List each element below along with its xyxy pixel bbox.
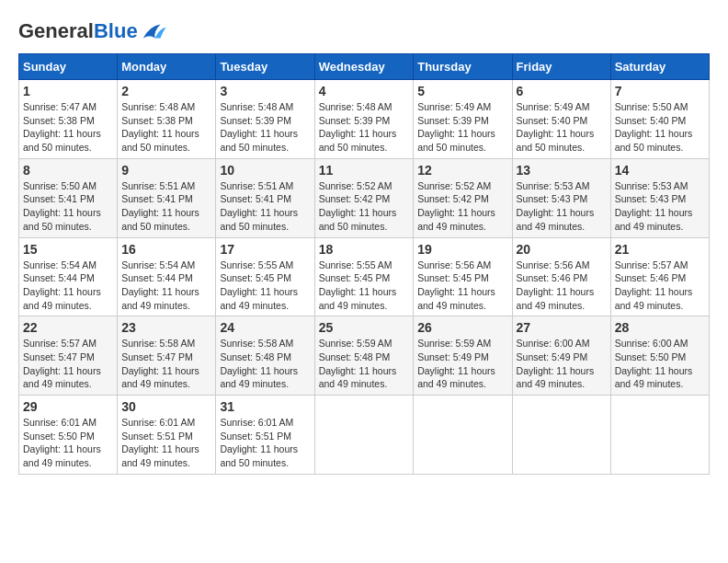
day-info: Sunrise: 5:53 AM Sunset: 5:43 PM Dayligh… — [517, 179, 607, 234]
calendar-cell: 1Sunrise: 5:47 AM Sunset: 5:38 PM Daylig… — [19, 80, 118, 159]
day-number: 17 — [220, 242, 310, 257]
calendar-cell: 18Sunrise: 5:55 AM Sunset: 5:45 PM Dayli… — [314, 237, 414, 316]
calendar-header-friday: Friday — [512, 54, 610, 80]
day-number: 27 — [517, 320, 607, 335]
day-number: 6 — [517, 84, 607, 98]
day-info: Sunrise: 5:59 AM Sunset: 5:48 PM Dayligh… — [319, 337, 410, 391]
calendar-cell: 12Sunrise: 5:52 AM Sunset: 5:42 PM Dayli… — [414, 158, 512, 237]
day-info: Sunrise: 5:56 AM Sunset: 5:45 PM Dayligh… — [417, 259, 507, 313]
calendar-cell: 4Sunrise: 5:48 AM Sunset: 5:39 PM Daylig… — [314, 80, 414, 159]
calendar-week-row: 29Sunrise: 6:01 AM Sunset: 5:50 PM Dayli… — [19, 396, 710, 475]
calendar-cell: 28Sunrise: 6:00 AM Sunset: 5:50 PM Dayli… — [610, 316, 709, 396]
calendar-cell: 20Sunrise: 5:56 AM Sunset: 5:46 PM Dayli… — [512, 237, 610, 316]
day-number: 1 — [23, 84, 113, 98]
day-info: Sunrise: 5:59 AM Sunset: 5:49 PM Dayligh… — [417, 337, 507, 391]
calendar-cell: 24Sunrise: 5:58 AM Sunset: 5:48 PM Dayli… — [216, 316, 314, 396]
calendar-cell: 23Sunrise: 5:58 AM Sunset: 5:47 PM Dayli… — [118, 316, 216, 396]
logo-text: GeneralBlue — [18, 19, 138, 43]
calendar-header-row: SundayMondayTuesdayWednesdayThursdayFrid… — [19, 54, 710, 80]
day-info: Sunrise: 5:54 AM Sunset: 5:44 PM Dayligh… — [23, 259, 113, 313]
day-info: Sunrise: 5:58 AM Sunset: 5:47 PM Dayligh… — [121, 337, 211, 391]
day-number: 25 — [319, 320, 410, 335]
calendar-cell: 9Sunrise: 5:51 AM Sunset: 5:41 PM Daylig… — [118, 158, 216, 237]
day-number: 5 — [417, 84, 507, 98]
calendar-cell — [610, 396, 709, 475]
calendar-cell: 11Sunrise: 5:52 AM Sunset: 5:42 PM Dayli… — [314, 158, 414, 237]
calendar-header-saturday: Saturday — [610, 54, 709, 80]
calendar-cell — [314, 396, 414, 475]
day-number: 29 — [23, 399, 113, 414]
logo: GeneralBlue — [18, 18, 167, 44]
day-info: Sunrise: 6:00 AM Sunset: 5:50 PM Dayligh… — [615, 337, 705, 391]
day-info: Sunrise: 5:48 AM Sunset: 5:39 PM Dayligh… — [319, 100, 410, 155]
page-header: GeneralBlue — [18, 18, 710, 44]
day-info: Sunrise: 5:54 AM Sunset: 5:44 PM Dayligh… — [121, 259, 211, 313]
day-info: Sunrise: 5:51 AM Sunset: 5:41 PM Dayligh… — [121, 179, 211, 234]
day-number: 30 — [121, 399, 211, 414]
day-number: 28 — [615, 320, 705, 335]
calendar-cell: 19Sunrise: 5:56 AM Sunset: 5:45 PM Dayli… — [414, 237, 512, 316]
day-info: Sunrise: 5:53 AM Sunset: 5:43 PM Dayligh… — [615, 179, 705, 234]
calendar-cell: 13Sunrise: 5:53 AM Sunset: 5:43 PM Dayli… — [512, 158, 610, 237]
calendar-cell: 6Sunrise: 5:49 AM Sunset: 5:40 PM Daylig… — [512, 80, 610, 159]
day-number: 7 — [615, 84, 705, 98]
day-info: Sunrise: 5:57 AM Sunset: 5:46 PM Dayligh… — [615, 259, 705, 313]
calendar-cell: 22Sunrise: 5:57 AM Sunset: 5:47 PM Dayli… — [19, 316, 118, 396]
day-number: 19 — [417, 242, 507, 257]
day-number: 11 — [319, 163, 410, 178]
calendar-cell: 26Sunrise: 5:59 AM Sunset: 5:49 PM Dayli… — [414, 316, 512, 396]
calendar-header-wednesday: Wednesday — [314, 54, 414, 80]
calendar-header-thursday: Thursday — [414, 54, 512, 80]
day-number: 10 — [220, 163, 310, 178]
day-number: 18 — [319, 242, 410, 257]
calendar-cell — [414, 396, 512, 475]
day-number: 4 — [319, 84, 410, 98]
calendar-header-monday: Monday — [118, 54, 216, 80]
day-info: Sunrise: 5:58 AM Sunset: 5:48 PM Dayligh… — [220, 337, 310, 391]
day-number: 8 — [23, 163, 113, 178]
calendar-cell: 10Sunrise: 5:51 AM Sunset: 5:41 PM Dayli… — [216, 158, 314, 237]
day-number: 14 — [615, 163, 705, 178]
day-info: Sunrise: 5:55 AM Sunset: 5:45 PM Dayligh… — [220, 259, 310, 313]
day-number: 26 — [417, 320, 507, 335]
day-info: Sunrise: 5:48 AM Sunset: 5:38 PM Dayligh… — [121, 100, 211, 155]
logo-bird-icon — [140, 18, 167, 44]
calendar-week-row: 8Sunrise: 5:50 AM Sunset: 5:41 PM Daylig… — [19, 158, 710, 237]
day-number: 20 — [517, 242, 607, 257]
day-info: Sunrise: 5:47 AM Sunset: 5:38 PM Dayligh… — [23, 100, 113, 155]
day-info: Sunrise: 6:00 AM Sunset: 5:49 PM Dayligh… — [517, 337, 607, 391]
day-number: 16 — [121, 242, 211, 257]
calendar-cell: 29Sunrise: 6:01 AM Sunset: 5:50 PM Dayli… — [19, 396, 118, 475]
day-number: 21 — [615, 242, 705, 257]
day-info: Sunrise: 5:51 AM Sunset: 5:41 PM Dayligh… — [220, 179, 310, 234]
day-info: Sunrise: 5:48 AM Sunset: 5:39 PM Dayligh… — [220, 100, 310, 155]
day-number: 12 — [417, 163, 507, 178]
day-info: Sunrise: 5:57 AM Sunset: 5:47 PM Dayligh… — [23, 337, 113, 391]
day-info: Sunrise: 5:55 AM Sunset: 5:45 PM Dayligh… — [319, 259, 410, 313]
calendar-table: SundayMondayTuesdayWednesdayThursdayFrid… — [18, 53, 710, 475]
calendar-cell: 16Sunrise: 5:54 AM Sunset: 5:44 PM Dayli… — [118, 237, 216, 316]
day-info: Sunrise: 5:52 AM Sunset: 5:42 PM Dayligh… — [319, 179, 410, 234]
day-info: Sunrise: 5:50 AM Sunset: 5:41 PM Dayligh… — [23, 179, 113, 234]
day-number: 31 — [220, 399, 310, 414]
day-info: Sunrise: 5:49 AM Sunset: 5:39 PM Dayligh… — [417, 100, 507, 155]
calendar-cell: 3Sunrise: 5:48 AM Sunset: 5:39 PM Daylig… — [216, 80, 314, 159]
calendar-week-row: 1Sunrise: 5:47 AM Sunset: 5:38 PM Daylig… — [19, 80, 710, 159]
calendar-cell: 30Sunrise: 6:01 AM Sunset: 5:51 PM Dayli… — [118, 396, 216, 475]
day-number: 9 — [121, 163, 211, 178]
day-info: Sunrise: 5:49 AM Sunset: 5:40 PM Dayligh… — [517, 100, 607, 155]
calendar-cell: 15Sunrise: 5:54 AM Sunset: 5:44 PM Dayli… — [19, 237, 118, 316]
calendar-cell: 14Sunrise: 5:53 AM Sunset: 5:43 PM Dayli… — [610, 158, 709, 237]
day-info: Sunrise: 5:52 AM Sunset: 5:42 PM Dayligh… — [417, 179, 507, 234]
day-info: Sunrise: 5:50 AM Sunset: 5:40 PM Dayligh… — [615, 100, 705, 155]
calendar-cell: 21Sunrise: 5:57 AM Sunset: 5:46 PM Dayli… — [610, 237, 709, 316]
calendar-cell: 25Sunrise: 5:59 AM Sunset: 5:48 PM Dayli… — [314, 316, 414, 396]
calendar-cell: 8Sunrise: 5:50 AM Sunset: 5:41 PM Daylig… — [19, 158, 118, 237]
calendar-cell: 7Sunrise: 5:50 AM Sunset: 5:40 PM Daylig… — [610, 80, 709, 159]
calendar-header-tuesday: Tuesday — [216, 54, 314, 80]
day-info: Sunrise: 6:01 AM Sunset: 5:51 PM Dayligh… — [220, 416, 310, 470]
calendar-week-row: 22Sunrise: 5:57 AM Sunset: 5:47 PM Dayli… — [19, 316, 710, 396]
day-info: Sunrise: 5:56 AM Sunset: 5:46 PM Dayligh… — [517, 259, 607, 313]
day-number: 22 — [23, 320, 113, 335]
day-number: 13 — [517, 163, 607, 178]
